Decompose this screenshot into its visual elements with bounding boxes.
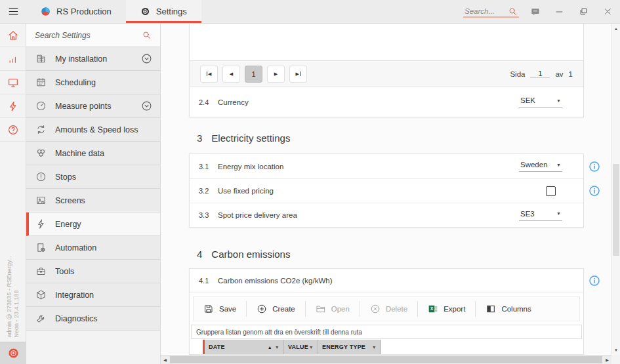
vertical-scroll-thumb[interactable]: [613, 164, 619, 256]
titlebar: RS Production Settings: [0, 0, 620, 24]
sidebar-search-input[interactable]: [35, 31, 136, 40]
scroll-left-arrow[interactable]: ◀: [161, 355, 169, 364]
first-page-button[interactable]: ◀: [200, 66, 218, 83]
save-icon: [203, 304, 214, 314]
section-number: 3: [197, 132, 202, 144]
column-header-energy-type[interactable]: ENERGY TYPE ▼: [318, 340, 381, 354]
sidebar-item-measure-points[interactable]: Measure points: [26, 94, 160, 118]
sidebar-item-stops[interactable]: Stops: [26, 165, 160, 189]
horizontal-scroll-thumb[interactable]: [170, 356, 602, 363]
info-icon[interactable]: [589, 161, 600, 172]
section2-table-bottom: [190, 24, 583, 61]
sidebar-item-integration[interactable]: Integration: [26, 283, 160, 307]
column-header-date[interactable]: DATE ▲ ▼: [203, 340, 284, 354]
next-page-button[interactable]: ▶: [267, 66, 285, 83]
last-page-button[interactable]: ▶: [289, 66, 307, 83]
sidebar-item-label: Diagnostics: [55, 314, 152, 323]
home-icon[interactable]: [0, 24, 26, 47]
section-title: Carbon emissions: [211, 249, 290, 260]
use-fixed-pricing-checkbox[interactable]: [546, 186, 556, 196]
image-icon: [35, 195, 47, 206]
groupby-dropzone[interactable]: Gruppera listan genom att dra en överskr…: [191, 325, 582, 339]
sidebar-item-screens[interactable]: Screens: [26, 189, 160, 212]
column-header-value[interactable]: VALUE ▼: [284, 340, 318, 354]
current-page-button[interactable]: 1: [245, 66, 262, 83]
sidebar-item-label: Measure points: [55, 102, 133, 111]
prev-page-button[interactable]: ◀: [222, 66, 240, 83]
delete-button[interactable]: Delete: [360, 304, 417, 314]
wrench-icon: [35, 313, 47, 324]
scroll-up-arrow[interactable]: ▲: [612, 24, 620, 33]
setting-label: Use fixed pricing: [218, 187, 274, 195]
filter-icon[interactable]: ▼: [372, 345, 377, 350]
page-number-input[interactable]: [530, 70, 550, 78]
global-search-input[interactable]: [465, 7, 505, 15]
setting-label: Energy mix location: [218, 163, 283, 171]
info-icon[interactable]: [589, 275, 600, 287]
info-icon[interactable]: [589, 185, 600, 197]
vertical-scrollbar[interactable]: ▲ ▼: [611, 24, 620, 355]
tab-rs-production[interactable]: RS Production: [26, 0, 126, 23]
export-button[interactable]: X Export: [418, 304, 475, 314]
scroll-right-arrow[interactable]: ▶: [603, 355, 611, 364]
hamburger-menu-icon[interactable]: [0, 0, 26, 23]
sidebar-item-scheduling[interactable]: Scheduling: [26, 71, 160, 94]
energy-bolt-icon[interactable]: [0, 94, 26, 118]
feedback-icon[interactable]: [523, 0, 547, 23]
horizontal-scrollbar[interactable]: ◀ ▶: [161, 355, 611, 364]
folder-icon: [316, 304, 326, 314]
tab-rs-production-label: RS Production: [56, 7, 112, 16]
open-button[interactable]: Open: [306, 304, 360, 314]
sidebar-item-amounts-speed-loss[interactable]: Amounts & Speed loss: [26, 118, 160, 142]
filter-icon[interactable]: ▼: [275, 345, 279, 350]
sidebar-item-label: Screens: [55, 196, 152, 205]
caret-down-icon: ▼: [556, 98, 561, 103]
section3-card: 3.1 Energy mix location Sweden ▼ 3.2 Use…: [189, 153, 584, 228]
sidebar-item-automation[interactable]: Automation: [26, 236, 160, 260]
chevron-down-circle-icon[interactable]: [141, 100, 152, 111]
setting-row-energy-mix: 3.1 Energy mix location Sweden ▼: [190, 154, 583, 178]
energy-mix-location-dropdown[interactable]: Sweden ▼: [519, 161, 562, 172]
sidebar-item-label: Integration: [55, 291, 152, 300]
scroll-down-arrow[interactable]: ▼: [612, 346, 620, 354]
sidebar-item-label: My installation: [55, 54, 133, 64]
plus-circle-icon: [257, 304, 267, 314]
chevron-down-circle-icon[interactable]: [141, 53, 152, 64]
sidebar-item-energy[interactable]: Energy: [26, 212, 160, 236]
restore-button[interactable]: [571, 0, 596, 23]
sidebar-item-my-installation[interactable]: My installation: [26, 47, 160, 71]
tab-settings-label: Settings: [156, 7, 187, 16]
setting-row-currency: 2.4 Currency SEK ▼: [190, 87, 583, 117]
minimize-button[interactable]: [547, 0, 571, 23]
session-info: admin @ 273835 - RSEnergy... Neon - 23.4…: [0, 226, 26, 338]
currency-dropdown[interactable]: SEK ▼: [519, 96, 562, 108]
analytics-icon[interactable]: [0, 47, 26, 71]
create-button[interactable]: Create: [247, 304, 305, 314]
search-icon[interactable]: [142, 30, 152, 40]
search-icon[interactable]: [508, 7, 518, 16]
gauge-icon: [35, 100, 47, 111]
close-button[interactable]: [596, 0, 620, 23]
sidebar-search: [26, 24, 160, 47]
sidebar-item-label: Automation: [55, 243, 152, 253]
grid-header-row: DATE ▲ ▼ VALUE ▼ ENERGY TYPE ▼: [203, 340, 583, 354]
tab-settings[interactable]: Settings: [126, 0, 201, 23]
page-label: Sida: [510, 70, 525, 78]
columns-button[interactable]: Columns: [476, 304, 541, 314]
save-button[interactable]: Save: [194, 304, 246, 314]
filter-icon[interactable]: ▼: [309, 345, 314, 350]
sidebar-item-label: Machine data: [55, 149, 152, 158]
alert-circle-icon: [35, 171, 47, 182]
titlebar-spacer: [201, 0, 463, 23]
sort-asc-icon[interactable]: ▲: [268, 345, 272, 350]
sidebar-item-diagnostics[interactable]: Diagnostics: [26, 307, 160, 331]
sidebar-item-tools[interactable]: Tools: [26, 260, 160, 283]
monitor-icon[interactable]: [0, 71, 26, 94]
settings-gear-icon[interactable]: [0, 342, 26, 364]
spot-price-area-dropdown[interactable]: SE3 ▼: [519, 210, 562, 221]
help-icon[interactable]: [0, 118, 26, 142]
refresh-icon: [35, 124, 47, 135]
sidebar-item-label: Tools: [55, 267, 152, 276]
excel-icon: X: [428, 304, 438, 314]
sidebar-item-machine-data[interactable]: Machine data: [26, 142, 160, 165]
